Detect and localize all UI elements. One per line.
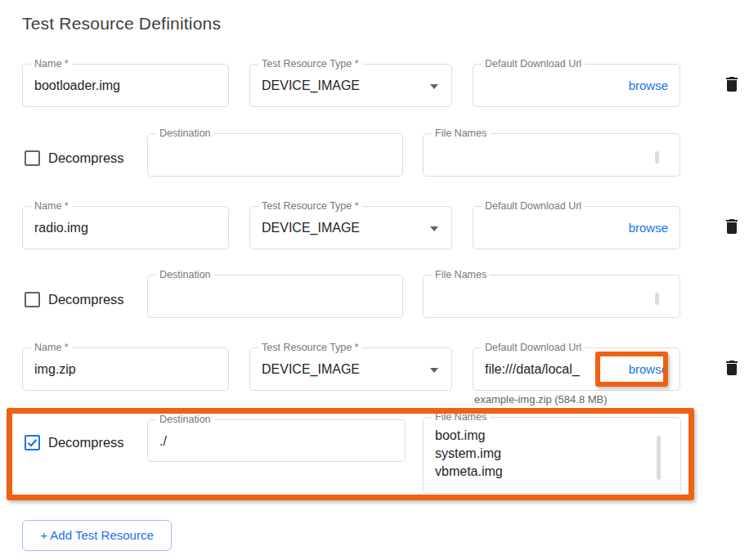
default-download-url-field[interactable]: Default Download Url browse xyxy=(473,64,680,107)
delete-resource-button[interactable] xyxy=(721,217,742,238)
destination-field-label: Destination xyxy=(156,128,214,139)
page-title: Test Resource Definitions xyxy=(22,14,221,34)
trash-icon xyxy=(722,84,742,96)
chevron-down-icon xyxy=(430,368,438,373)
url-field-label: Default Download Url xyxy=(482,342,585,353)
name-field-value: img.zip xyxy=(34,362,76,377)
type-field-label: Test Resource Type * xyxy=(258,58,362,69)
checkmark-icon xyxy=(26,437,38,449)
scrollbar-thumb[interactable] xyxy=(657,436,661,480)
trash-icon xyxy=(722,368,742,380)
decompress-row: Decompress Destination File Names xyxy=(0,275,749,319)
test-resource-type-select[interactable]: Test Resource Type * DEVICE_IMAGE xyxy=(249,347,452,391)
add-test-resource-button[interactable]: + Add Test Resource xyxy=(22,520,172,551)
decompress-label: Decompress xyxy=(48,292,124,307)
chevron-down-icon xyxy=(430,226,438,231)
scrollbar-thumb[interactable] xyxy=(655,151,659,164)
file-names-field[interactable]: File Names boot.img system.img vbmeta.im… xyxy=(423,417,681,494)
file-names-field-value: boot.img system.img vbmeta.img xyxy=(435,427,503,481)
destination-field-value: ./ xyxy=(159,434,167,449)
decompress-label: Decompress xyxy=(48,150,124,166)
type-field-label: Test Resource Type * xyxy=(258,200,362,212)
decompress-checkbox[interactable] xyxy=(25,150,40,166)
name-field-value: radio.img xyxy=(34,221,88,235)
test-resource-type-select[interactable]: Test Resource Type * DEVICE_IMAGE xyxy=(249,64,452,107)
decompress-label: Decompress xyxy=(48,435,124,450)
chevron-down-icon xyxy=(430,84,438,89)
type-field-value: DEVICE_IMAGE xyxy=(262,362,360,377)
file-names-field[interactable]: File Names xyxy=(423,133,680,177)
decompress-row: Decompress Destination File Names xyxy=(0,133,749,177)
delete-resource-button[interactable] xyxy=(721,74,742,96)
resource-row: Name * img.zip Test Resource Type * DEVI… xyxy=(0,347,749,391)
trash-icon xyxy=(722,226,742,239)
file-names-field-label: File Names xyxy=(432,411,490,423)
type-field-value: DEVICE_IMAGE xyxy=(262,221,360,235)
browse-link[interactable]: browse xyxy=(629,78,668,92)
type-field-label: Test Resource Type * xyxy=(258,342,362,353)
name-field-label: Name * xyxy=(31,200,72,212)
destination-field[interactable]: Destination xyxy=(147,275,403,318)
url-field-label: Default Download Url xyxy=(482,200,585,212)
scrollbar-thumb[interactable] xyxy=(655,293,659,305)
resource-row: Name * radio.img Test Resource Type * DE… xyxy=(0,206,749,249)
destination-field[interactable]: Destination ./ xyxy=(147,419,406,462)
delete-resource-button[interactable] xyxy=(721,358,742,379)
url-field-value: file:///data/local_ xyxy=(485,362,580,377)
type-field-value: DEVICE_IMAGE xyxy=(262,78,360,93)
download-file-info: example-img.zip (584.8 MB) xyxy=(474,393,608,405)
default-download-url-field[interactable]: Default Download Url file:///data/local_… xyxy=(473,347,680,391)
resource-row: Name * bootloader.img Test Resource Type… xyxy=(0,64,749,107)
name-field-label: Name * xyxy=(31,342,72,353)
browse-link[interactable]: browse xyxy=(629,362,668,376)
name-field[interactable]: Name * radio.img xyxy=(22,206,229,249)
default-download-url-field[interactable]: Default Download Url browse xyxy=(473,206,680,249)
destination-field[interactable]: Destination xyxy=(147,133,403,177)
name-field[interactable]: Name * img.zip xyxy=(22,347,229,391)
file-names-field-label: File Names xyxy=(432,128,490,139)
decompress-checkbox[interactable] xyxy=(25,292,40,307)
file-names-field[interactable]: File Names xyxy=(423,275,680,318)
destination-field-label: Destination xyxy=(156,269,214,280)
test-resource-type-select[interactable]: Test Resource Type * DEVICE_IMAGE xyxy=(249,206,452,249)
name-field-value: bootloader.img xyxy=(34,78,120,93)
browse-link[interactable]: browse xyxy=(629,221,668,235)
file-names-field-label: File Names xyxy=(432,269,490,280)
decompress-checkbox[interactable] xyxy=(25,435,40,450)
name-field[interactable]: Name * bootloader.img xyxy=(22,64,229,107)
destination-field-label: Destination xyxy=(156,414,214,425)
url-field-label: Default Download Url xyxy=(482,58,585,69)
decompress-row: Decompress Destination ./ File Names boo… xyxy=(0,417,749,494)
name-field-label: Name * xyxy=(31,58,72,69)
